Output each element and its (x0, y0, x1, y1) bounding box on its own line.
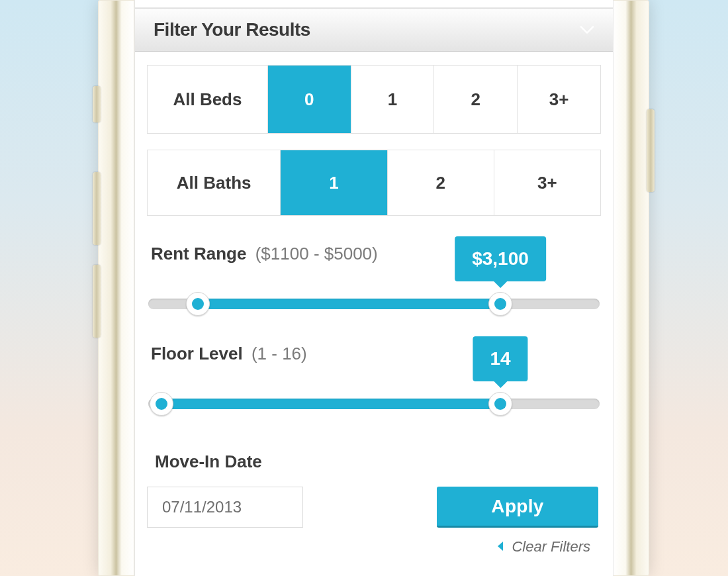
phone-mute-switch (93, 86, 101, 122)
phone-screen: Filter Your Results All Beds 0 1 2 3+ Al… (134, 0, 614, 576)
floor-tooltip: 14 (473, 336, 527, 381)
clear-filters-link[interactable]: Clear Filters (496, 538, 598, 555)
rent-range-hint: ($1100 - $5000) (255, 244, 378, 264)
floor-level-hint: (1 - 16) (251, 344, 307, 363)
floor-level-label: Floor Level (1 - 16) (151, 344, 601, 364)
apply-button[interactable]: Apply (437, 487, 598, 528)
baths-option-1[interactable]: 1 (281, 150, 387, 215)
top-strip (135, 0, 613, 8)
movein-date-input[interactable]: 07/11/2013 (147, 487, 303, 528)
beds-option-1[interactable]: 1 (351, 66, 435, 133)
floor-level-label-text: Floor Level (151, 344, 243, 363)
filter-header-title: Filter Your Results (154, 19, 310, 40)
bottom-row: 07/11/2013 Apply Clear Filters (147, 487, 601, 555)
phone-volume-up (93, 172, 101, 245)
phone-bezel-right (613, 0, 649, 576)
floor-fill (161, 399, 500, 409)
rent-thumb-high[interactable] (488, 292, 512, 316)
movein-label: Move-In Date (155, 452, 601, 472)
phone-bezel-left (98, 0, 134, 576)
chevron-down-icon (580, 25, 594, 34)
clear-filters-text: Clear Filters (512, 538, 590, 555)
phone-power-button (647, 109, 655, 192)
beds-option-0[interactable]: 0 (268, 66, 351, 133)
filter-content: All Beds 0 1 2 3+ All Baths 1 2 3+ Rent … (135, 52, 613, 555)
filter-header[interactable]: Filter Your Results (135, 8, 613, 52)
caret-left-icon (496, 538, 505, 555)
beds-option-3plus[interactable]: 3+ (518, 66, 600, 133)
beds-option-2[interactable]: 2 (434, 66, 518, 133)
phone-volume-down (93, 265, 101, 338)
movein-date-value: 07/11/2013 (162, 498, 242, 516)
rent-thumb-low[interactable] (186, 292, 210, 316)
baths-option-2[interactable]: 2 (388, 150, 494, 215)
rent-tooltip: $3,100 (455, 236, 546, 281)
rent-range-label-text: Rent Range (151, 244, 246, 264)
baths-segmented: All Baths 1 2 3+ (147, 150, 601, 216)
rent-fill (198, 299, 500, 309)
baths-option-3plus[interactable]: 3+ (494, 150, 600, 215)
floor-thumb-low[interactable] (150, 392, 173, 416)
rent-range-slider[interactable]: $3,100 (148, 288, 600, 316)
floor-level-slider[interactable]: 14 (148, 388, 600, 416)
beds-segmented: All Beds 0 1 2 3+ (147, 65, 601, 134)
beds-label: All Beds (148, 66, 268, 133)
floor-thumb-high[interactable] (488, 392, 512, 416)
baths-label: All Baths (148, 150, 281, 215)
